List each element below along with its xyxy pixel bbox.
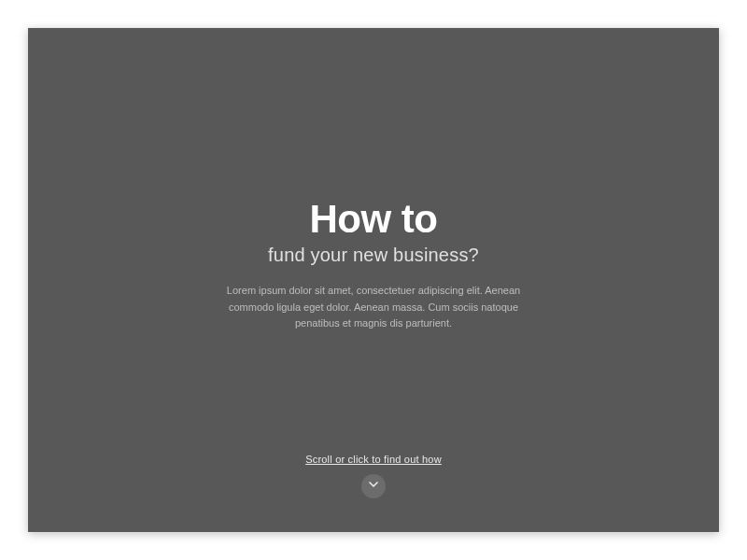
hero-body-text: Lorem ipsum dolor sit amet, consectetuer… <box>215 283 532 332</box>
chevron-down-icon <box>366 477 381 496</box>
scroll-down-button[interactable] <box>361 474 386 498</box>
hero-title: How to <box>310 200 438 239</box>
hero-subtitle: fund your new business? <box>268 245 479 266</box>
hero-content: How to fund your new business? Lorem ips… <box>215 200 532 332</box>
cta-area: Scroll or click to find out how <box>305 454 442 498</box>
hero-slide: How to fund your new business? Lorem ips… <box>28 28 719 532</box>
scroll-cta-link[interactable]: Scroll or click to find out how <box>305 454 442 465</box>
